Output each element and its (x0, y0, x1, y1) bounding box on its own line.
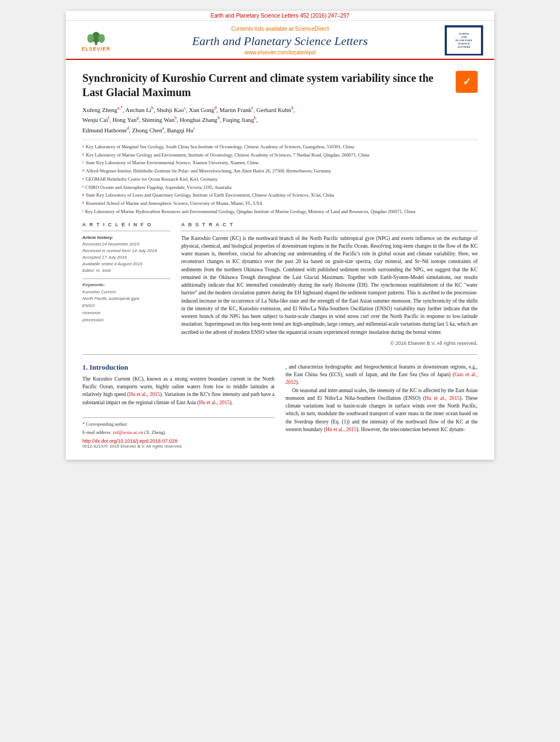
corresponding-label: * Corresponding author. (82, 421, 127, 427)
keywords-divider (82, 278, 170, 279)
abstract-text: The Kuroshio Current (KC) is the northwa… (181, 235, 478, 336)
email-suffix: (X. Zheng). (144, 429, 166, 435)
author-comma2: , (256, 116, 258, 123)
journal-title: Earth and Planetary Science Letters (126, 34, 434, 48)
doi-link[interactable]: http://dx.doi.org/10.1016/j.epsl.2016.07… (82, 438, 275, 444)
author-yan: , Hong Yan (109, 116, 137, 123)
keywords-section: Keywords: Kuroshio Current North Pacific… (82, 282, 170, 324)
keyword-1: Kuroshio Current (82, 289, 115, 294)
author-li: , Anchun Li (122, 107, 151, 113)
author-sup-1: a,* (117, 105, 123, 110)
issn-line: 0012-821X/© 2016 Elsevier B.V. All right… (82, 444, 275, 449)
citation-bar: Earth and Planetary Science Letters 452 … (66, 11, 494, 21)
affil-e: eGEOMAR Helmholtz Centre for Ocean Resea… (82, 176, 478, 183)
affil-h: hRosenstiel School of Marine and Atmosph… (82, 200, 478, 207)
intro-col-right: , and characterize hydrographic and biog… (285, 363, 478, 449)
editor-name: Editor: H. Stoll (82, 268, 110, 273)
keyword-3: ENSO (82, 303, 95, 308)
author-zhang: , Honghai Zhang (177, 116, 217, 123)
two-column-section: A R T I C L E I N F O Article history: R… (82, 222, 478, 346)
article-title: Synchronicity of Kuroshio Current and cl… (82, 71, 447, 99)
abstract-column: A B S T R A C T The Kuroshio Current (KC… (181, 222, 478, 346)
journal-url[interactable]: www.elsevier.com/locate/epsl (126, 49, 434, 55)
journal-logo-text: EARTHANDPLANETARYSCIENCELETTERS (456, 32, 473, 49)
author-cai: Wenju Cai (82, 116, 108, 123)
author-jiang: , Fuqing Jiang (220, 116, 254, 123)
article-info-title: A R T I C L E I N F O (82, 222, 170, 227)
author-comma1: , (293, 107, 295, 113)
intro-para1: The Kuroshio Current (KC), known as a st… (82, 375, 275, 406)
article-body: Synchronicity of Kuroshio Current and cl… (66, 60, 494, 460)
author-wan: , Shiming Wan (139, 116, 175, 123)
keywords-title: Keywords: (82, 282, 170, 287)
author-kao: , Shuhji Kao (154, 107, 184, 113)
citation-text: Earth and Planetary Science Letters 452 … (211, 13, 350, 19)
elsevier-tree-icon (85, 30, 107, 46)
article-info-column: A R T I C L E I N F O Article history: R… (82, 222, 170, 346)
crossmark-badge[interactable]: ✓ (456, 71, 478, 93)
sciencedirect-name[interactable]: ScienceDirect (295, 26, 329, 32)
affiliations: aKey Laboratory of Marginal Sea Geology,… (82, 140, 478, 215)
elsevier-logo: ELSEVIER (77, 27, 115, 54)
article-info-divider (82, 231, 170, 231)
affil-d: dAlfred-Wegener-Institut, Helmholtz-Zent… (82, 168, 478, 175)
introduction-section: 1. Introduction The Kuroshio Current (KC… (82, 363, 478, 449)
journal-logo-right: EARTHANDPLANETARYSCIENCELETTERS (445, 25, 483, 55)
article-title-section: Synchronicity of Kuroshio Current and cl… (82, 71, 478, 99)
author-sup-14: i (193, 126, 194, 131)
section-divider (82, 354, 478, 355)
revised-date: Received in revised form 14 July 2016 (82, 248, 157, 253)
svg-point-3 (98, 34, 105, 43)
intro-col-left: 1. Introduction The Kuroshio Current (KC… (82, 363, 275, 449)
intro-para2: , and characterize hydrographic and biog… (285, 363, 478, 433)
footnote-email: E-mail address: zxf@scsio.ac.cn (X. Zhen… (82, 429, 275, 436)
author-chen: , Zhong Chen (129, 126, 162, 133)
email-address[interactable]: zxf@scsio.ac.cn (113, 429, 143, 435)
elsevier-text: ELSEVIER (82, 46, 111, 52)
author-kuhn: , Gerhard Kuhn (254, 107, 292, 113)
sciencedirect-link: Contents lists available at ScienceDirec… (126, 26, 434, 32)
affil-b: bKey Laboratory of Marine Geology and En… (82, 152, 478, 159)
article-history: Article history: Received 24 November 20… (82, 235, 170, 274)
footnote-corresponding: * Corresponding author. (82, 421, 275, 428)
affil-a: aKey Laboratory of Marginal Sea Geology,… (82, 143, 478, 150)
page: Earth and Planetary Science Letters 452 … (66, 11, 494, 460)
author-hathorne: Edmund Hathorne (82, 126, 127, 133)
keyword-2: North Pacific subtropical gyre (82, 296, 139, 301)
contents-text: Contents lists available at (231, 26, 293, 32)
accepted-date: Accepted 17 July 2016 (82, 255, 127, 260)
keyword-4: monsoon (82, 310, 100, 315)
available-date: Available online 4 August 2016 (82, 261, 142, 266)
journal-header: ELSEVIER Contents lists available at Sci… (66, 21, 494, 60)
footnotes: * Corresponding author. E-mail address: … (82, 417, 275, 449)
affil-f: fCSIRO Oceans and Atmosphere Flagship, A… (82, 184, 478, 191)
affil-c: cState Key Laboratory of Marine Environm… (82, 159, 478, 166)
crossmark-icon: ✓ (463, 76, 471, 88)
keyword-5: precession (82, 317, 104, 322)
abstract-divider (181, 231, 478, 231)
header-center: Contents lists available at ScienceDirec… (115, 26, 445, 55)
affil-g: gState Key Laboratory of Loess and Quate… (82, 192, 478, 199)
affil-i: iKey Laboratory of Marine Hydrocarbon Re… (82, 208, 478, 215)
received-date: Received 24 November 2015 (82, 242, 139, 247)
intro-heading: 1. Introduction (82, 363, 275, 372)
abstract-title: A B S T R A C T (181, 222, 478, 227)
copyright-line: © 2016 Elsevier B.V. All rights reserved… (181, 341, 478, 346)
author-gong: , Xun Gong (186, 107, 215, 113)
history-title: Article history: (82, 235, 113, 240)
keywords-list: Kuroshio Current North Pacific subtropic… (82, 289, 170, 324)
author-hu: , Bangqi Hu (164, 126, 193, 133)
email-label: E-mail address: (82, 429, 111, 435)
authors: Xufeng Zhenga,*, Anchun Lib, Shuhji Kaoc… (82, 105, 478, 135)
author-frank: , Martin Frank (216, 107, 251, 113)
svg-point-2 (87, 34, 94, 43)
author-zheng: Xufeng Zheng (82, 107, 117, 113)
